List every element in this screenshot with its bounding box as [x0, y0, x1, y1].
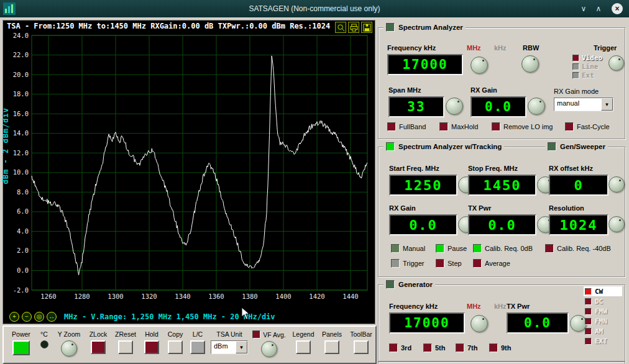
close-button[interactable]: × [612, 3, 623, 14]
minimize-button[interactable]: ∨ [578, 3, 589, 14]
mode-fmn[interactable]: FMN [584, 316, 622, 326]
tracking-trigger-checkbox[interactable]: Trigger [391, 259, 424, 268]
start-freq-display[interactable]: 1250 [389, 175, 457, 196]
resolution-display[interactable]: 1024 [549, 214, 608, 235]
print-icon[interactable] [348, 22, 359, 33]
spectrum-display-panel: TSA - From:1250 MHz to:1450 MHz RXGain:0… [2, 20, 375, 324]
generator-enable-led[interactable] [386, 280, 395, 289]
gen-tx-pwr-display[interactable]: 0.0 [507, 312, 569, 334]
toolbar-toggle-label: ToolBar [350, 330, 372, 338]
tracking-enable-led[interactable] [386, 142, 395, 151]
lc-button[interactable] [190, 340, 205, 354]
save-icon[interactable] [361, 22, 372, 33]
mode-cw-led [585, 288, 592, 295]
fullband-checkbox[interactable]: FullBand [387, 122, 426, 131]
svg-text:4.0: 4.0 [17, 227, 29, 235]
tracking-tx-pwr-label: TX Pwr [468, 204, 491, 212]
tsa-unit-select[interactable]: dBm ▼ [211, 340, 248, 354]
trigger-ext-led [572, 72, 579, 79]
generator-title: Generator [398, 281, 433, 288]
toolbar-toggle-button[interactable] [354, 340, 369, 354]
trigger-option-ext[interactable]: Ext [572, 71, 594, 80]
trigger-option-line[interactable]: Line [572, 63, 599, 71]
svg-text:16.0: 16.0 [13, 110, 29, 117]
rx-offset-knob[interactable] [608, 176, 625, 193]
tsa-unit-dropdown-arrow-icon[interactable]: ▼ [236, 341, 247, 353]
tracking-title: Spectrum Analyzer w/Tracking [398, 143, 502, 150]
harmonic-7th-checkbox[interactable]: 7th [456, 344, 478, 352]
harmonic-7th-led [456, 344, 464, 352]
partial-panel [378, 362, 625, 364]
mode-fmw[interactable]: FMW [584, 306, 622, 316]
tracking-rx-gain-display[interactable]: 0.0 [389, 214, 457, 235]
zlock-label: ZLock [90, 330, 108, 338]
rx-gain-mode-select[interactable]: manual ▼ [554, 98, 613, 111]
calib-req-0db-indicator[interactable]: Calib. Req. 0dB [473, 244, 533, 253]
span-display[interactable]: 33 [388, 96, 444, 117]
tracking-tx-pwr-display[interactable]: 0.0 [468, 214, 536, 235]
maximize-button[interactable]: ∧ [593, 3, 604, 14]
vf-avg-checkbox[interactable] [252, 330, 260, 339]
trigger-knob[interactable] [608, 55, 624, 71]
resolution-knob[interactable] [608, 216, 625, 232]
remove-lo-img-checkbox[interactable]: Remove LO img [492, 122, 553, 131]
zoom-out-icon[interactable]: − [22, 312, 32, 322]
stop-freq-display[interactable]: 1450 [468, 175, 536, 196]
gen-frequency-display[interactable]: 17000 [389, 312, 465, 334]
rx-gain-display[interactable]: 0.0 [471, 96, 526, 117]
mode-cw[interactable]: CW [584, 286, 622, 296]
svg-text:0.0: 0.0 [17, 266, 29, 274]
frequency-display[interactable]: 17000 [387, 54, 463, 75]
calib-req-40db-indicator[interactable]: Calib. Req. -40dB [545, 244, 611, 253]
pause-checkbox[interactable]: Pause [436, 244, 467, 253]
harmonic-3rd-checkbox[interactable]: 3rd [389, 344, 411, 352]
stop-freq-label: Stop Freq. MHz [468, 165, 518, 172]
spectrum-analyzer-enable-led[interactable] [386, 23, 395, 32]
pan-icon[interactable]: ↔ [47, 312, 57, 322]
rx-offset-display[interactable]: 0 [549, 175, 608, 196]
harmonic-5th-checkbox[interactable]: 5th [423, 344, 446, 352]
khz-unit-toggle[interactable]: kHz [494, 44, 507, 52]
gen-mhz-unit-toggle[interactable]: MHz [467, 303, 481, 310]
harmonic-3rd-led [389, 344, 398, 352]
mhz-unit-toggle[interactable]: MHz [467, 44, 481, 52]
spectrum-plot[interactable]: 24.022.020.018.016.014.012.010.08.06.04.… [8, 33, 372, 310]
zoom-in-icon[interactable]: + [9, 312, 19, 322]
rbw-knob[interactable] [521, 55, 539, 73]
trigger-option-video[interactable]: Video [572, 54, 602, 62]
yzoom-label: Y Zoom [58, 330, 81, 338]
legend-button[interactable] [296, 340, 311, 354]
gen-frequency-label: Frequency kHz [389, 303, 438, 310]
frequency-knob[interactable] [471, 57, 488, 74]
maxhold-checkbox[interactable]: MaxHold [439, 122, 478, 131]
manual-checkbox[interactable]: Manual [391, 244, 425, 253]
svg-text:1420: 1420 [309, 293, 324, 300]
mode-am[interactable]: AM [584, 326, 622, 336]
rx-gain-knob[interactable] [528, 98, 545, 115]
copy-button[interactable] [168, 340, 183, 354]
zoom-tool-icon[interactable] [335, 22, 346, 33]
step-checkbox[interactable]: Step [436, 259, 462, 268]
step-led [436, 259, 444, 268]
fast-cycle-checkbox[interactable]: Fast-Cycle [565, 122, 610, 131]
zreset-button[interactable] [118, 340, 133, 354]
zlock-button[interactable] [91, 340, 106, 354]
harmonic-9th-checkbox[interactable]: 9th [489, 344, 512, 352]
average-checkbox[interactable]: Average [473, 259, 510, 268]
power-button[interactable] [12, 340, 30, 355]
gen-frequency-knob[interactable] [471, 315, 488, 332]
gen-khz-unit-toggle[interactable]: kHz [494, 303, 507, 310]
start-freq-label: Start Freq. MHz [389, 165, 439, 172]
yzoom-knob[interactable] [61, 340, 77, 357]
rx-gain-mode-dropdown-arrow-icon[interactable]: ▼ [601, 98, 613, 111]
tsa-unit-value: dBm [211, 341, 236, 353]
vf-avg-knob[interactable] [261, 341, 277, 357]
mode-ext[interactable]: EXT [584, 336, 622, 346]
span-knob[interactable] [446, 98, 463, 115]
zoom-reset-icon[interactable]: ◎ [34, 312, 44, 322]
gen-sweeper-enable-led[interactable] [548, 142, 556, 151]
lc-label: L/C [193, 330, 203, 338]
mode-dc[interactable]: DC [584, 296, 622, 306]
hold-button[interactable] [144, 340, 159, 354]
panels-button[interactable] [324, 340, 339, 354]
